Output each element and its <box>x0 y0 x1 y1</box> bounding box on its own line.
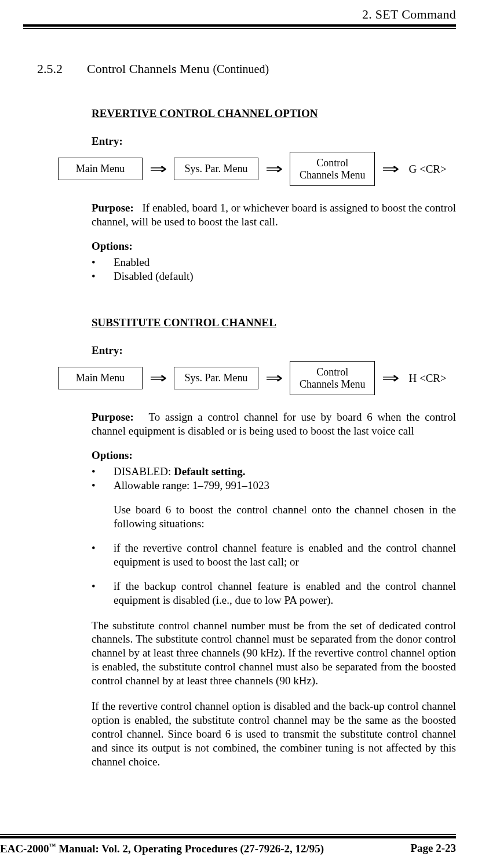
section-title: Control Channels Menu <box>87 61 209 76</box>
substitute-paragraph-2: If the revertive control channel option … <box>92 699 456 769</box>
purpose-label: Purpose: <box>92 411 134 423</box>
options-list-1: • Enabled • Disabled (default) <box>92 256 456 283</box>
situations-list: • if the revertive control channel featu… <box>92 541 456 607</box>
options-label: Options: <box>92 240 133 252</box>
footer-rule-thin <box>0 834 456 835</box>
subheading-substitute: SUBSTITUTE CONTROL CHANNEL <box>92 316 456 330</box>
entry-flow-2: Main Menu ⇒ Sys. Par. Menu ⇒ Control Cha… <box>58 361 456 395</box>
content-area: REVERTIVE CONTROL CHANNEL OPTION Entry: … <box>92 107 456 769</box>
option-note: Use board 6 to boost the control channel… <box>114 503 456 531</box>
footer-left: EAC-2000™ Manual: Vol. 2, Operating Proc… <box>0 842 324 855</box>
option-range: Allowable range: 1–799, 991–1023 <box>114 479 456 493</box>
option-enabled: Enabled <box>114 256 456 269</box>
bullet-icon: • <box>92 256 114 269</box>
list-item: • Enabled <box>92 256 456 269</box>
footer-product: EAC-2000 <box>0 843 49 855</box>
options-block-2: Options: • DISABLED: Default setting. • … <box>92 448 456 607</box>
option-prefix: DISABLED: <box>114 465 174 477</box>
footer-page-number: Page 2-23 <box>410 842 456 855</box>
bullet-icon: • <box>92 541 114 569</box>
trademark-icon: ™ <box>49 842 56 850</box>
substitute-paragraph-1: The substitute control channel number mu… <box>92 619 456 688</box>
footer-manual-info: Manual: Vol. 2, Operating Procedures (27… <box>56 843 324 855</box>
bullet-icon: • <box>92 579 114 607</box>
list-item: • Allowable range: 1–799, 991–1023 <box>92 479 456 493</box>
bullet-icon: • <box>92 269 114 283</box>
arrow-icon: ⇒ <box>149 371 167 386</box>
purpose-paragraph-1: Purpose: If enabled, board 1, or whichev… <box>92 201 456 229</box>
section-continued: (Continued) <box>213 63 269 76</box>
situation-backup: if the backup control channel feature is… <box>114 579 456 607</box>
option-disabled-default: DISABLED: Default setting. <box>114 465 456 479</box>
bullet-icon: • <box>92 465 114 479</box>
flow-box-sys-par-menu: Sys. Par. Menu <box>174 158 258 180</box>
list-item: • Disabled (default) <box>92 269 456 283</box>
list-item: • if the backup control channel feature … <box>92 579 456 607</box>
option-disabled: Disabled (default) <box>114 269 456 283</box>
purpose-text: To assign a control channel for use by b… <box>92 411 456 437</box>
purpose-paragraph-2: Purpose: To assign a control channel for… <box>92 410 456 438</box>
entry-label-2: Entry: <box>92 344 456 358</box>
arrow-icon: ⇒ <box>265 371 283 386</box>
flow-box-control-channels-menu: Control Channels Menu <box>290 361 375 395</box>
page: 2. SET Command 2.5.2 Control Channels Me… <box>0 0 478 868</box>
header-rule-thin <box>23 28 456 29</box>
subheading-revertive: REVERTIVE CONTROL CHANNEL OPTION <box>92 107 456 121</box>
arrow-icon: ⇒ <box>149 162 167 177</box>
purpose-text: If enabled, board 1, or whichever board … <box>92 202 456 228</box>
flow-box-main-menu: Main Menu <box>58 367 143 389</box>
arrow-icon: ⇒ <box>382 162 400 177</box>
header-rule-thick <box>23 24 456 27</box>
flow-box-control-channels-menu: Control Channels Menu <box>290 152 375 186</box>
options-block-1: Options: • Enabled • Disabled (default) <box>92 239 456 283</box>
flow-box-sys-par-menu: Sys. Par. Menu <box>174 367 258 389</box>
page-header: 2. SET Command <box>23 0 456 22</box>
chapter-title: 2. SET Command <box>362 7 456 21</box>
flow-command-g: G <CR> <box>408 162 446 176</box>
page-footer: EAC-2000™ Manual: Vol. 2, Operating Proc… <box>0 833 478 855</box>
flow-box-main-menu: Main Menu <box>58 158 143 180</box>
arrow-icon: ⇒ <box>382 371 400 386</box>
entry-flow-1: Main Menu ⇒ Sys. Par. Menu ⇒ Control Cha… <box>58 152 456 186</box>
footer-rule-thick <box>0 836 456 838</box>
footer-line: EAC-2000™ Manual: Vol. 2, Operating Proc… <box>0 842 456 855</box>
purpose-label: Purpose: <box>92 202 134 214</box>
section-number: 2.5.2 <box>37 61 63 76</box>
bullet-icon: • <box>92 479 114 493</box>
flow-command-h: H <CR> <box>408 371 446 385</box>
list-item: • DISABLED: Default setting. <box>92 465 456 479</box>
options-label: Options: <box>92 449 133 461</box>
options-list-2: • DISABLED: Default setting. • Allowable… <box>92 465 456 493</box>
situation-revertive: if the revertive control channel feature… <box>114 541 456 569</box>
list-item: • if the revertive control channel featu… <box>92 541 456 569</box>
section-heading: 2.5.2 Control Channels Menu (Continued) <box>23 61 456 76</box>
arrow-icon: ⇒ <box>265 162 283 177</box>
option-bold: Default setting. <box>174 465 245 477</box>
entry-label-1: Entry: <box>92 134 456 148</box>
